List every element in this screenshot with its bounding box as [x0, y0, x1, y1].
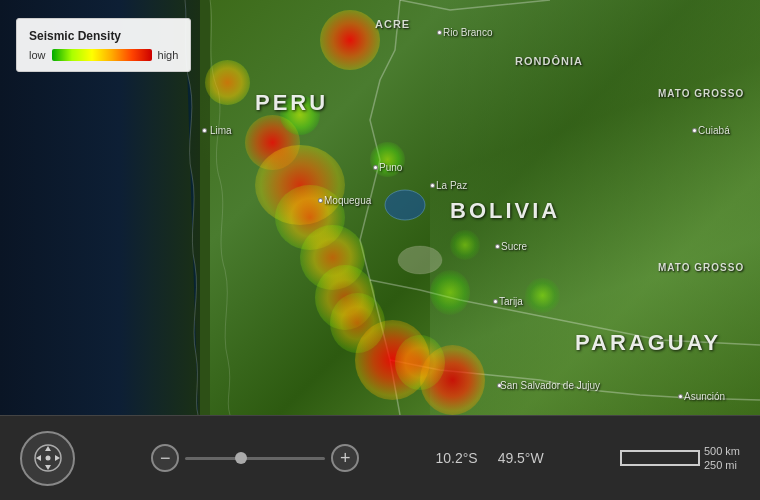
legend-bar-row: low high — [29, 49, 178, 61]
riobranco-label: Rio Branco — [443, 27, 492, 38]
scale-mi-label: 250 mi — [704, 459, 740, 471]
legend-box: Seismic Density low high — [16, 18, 191, 72]
asuncion-dot — [678, 394, 683, 399]
scale-bar-mi — [620, 458, 700, 466]
zoom-out-button[interactable]: − — [151, 444, 179, 472]
tarija-dot — [493, 299, 498, 304]
puno-label: Puno — [379, 162, 402, 173]
scale-km-label: 500 km — [704, 445, 740, 457]
coordinates-display: 10.2°S 49.5°W — [435, 450, 543, 466]
zoom-slider-track[interactable] — [185, 457, 325, 460]
mato-grosso-label-1: MATO GROSSO — [658, 88, 744, 99]
scale-bar-km — [620, 450, 700, 458]
pan-control[interactable] — [20, 431, 75, 486]
sucre-dot — [495, 244, 500, 249]
legend-title: Seismic Density — [29, 29, 178, 43]
svg-point-7 — [45, 456, 50, 461]
asuncion-label: Asunción — [684, 391, 725, 402]
svg-marker-5 — [36, 455, 41, 461]
cuiaba-label: Cuiabá — [698, 125, 730, 136]
moquegua-dot — [318, 198, 323, 203]
tarija-label: Tarija — [499, 296, 523, 307]
map-container: PERU BOLIVIA PARAGUAY ACRE RONDÔNIA MATO… — [0, 0, 760, 415]
mato-grosso-label-2: MATO GROSSO — [658, 262, 744, 273]
legend-low-label: low — [29, 49, 46, 61]
lapaz-dot — [430, 183, 435, 188]
jujuy-label: San Salvador de Jujuy — [500, 380, 600, 391]
riobranco-dot — [437, 30, 442, 35]
pan-icon — [33, 443, 63, 473]
zoom-control: − + — [151, 444, 359, 472]
svg-marker-6 — [55, 455, 60, 461]
svg-marker-3 — [45, 446, 51, 451]
latitude-display: 10.2°S — [435, 450, 477, 466]
lapaz-label: La Paz — [436, 180, 467, 191]
longitude-display: 49.5°W — [498, 450, 544, 466]
cuiaba-dot — [692, 128, 697, 133]
moquegua-label: Moquegua — [324, 195, 371, 206]
zoom-slider-thumb[interactable] — [235, 452, 247, 464]
scale-control: 500 km 250 mi — [620, 445, 740, 471]
acre-label: ACRE — [375, 18, 410, 30]
lima-label: Lima — [210, 125, 232, 136]
legend-high-label: high — [158, 49, 179, 61]
puno-dot — [373, 165, 378, 170]
zoom-in-button[interactable]: + — [331, 444, 359, 472]
legend-gradient-bar — [52, 49, 152, 61]
sucre-label: Sucre — [501, 241, 527, 252]
toolbar: − + 10.2°S 49.5°W 500 km 250 mi — [0, 415, 760, 500]
lima-dot — [202, 128, 207, 133]
svg-marker-4 — [45, 465, 51, 470]
rondonia-label: RONDÔNIA — [515, 55, 583, 67]
